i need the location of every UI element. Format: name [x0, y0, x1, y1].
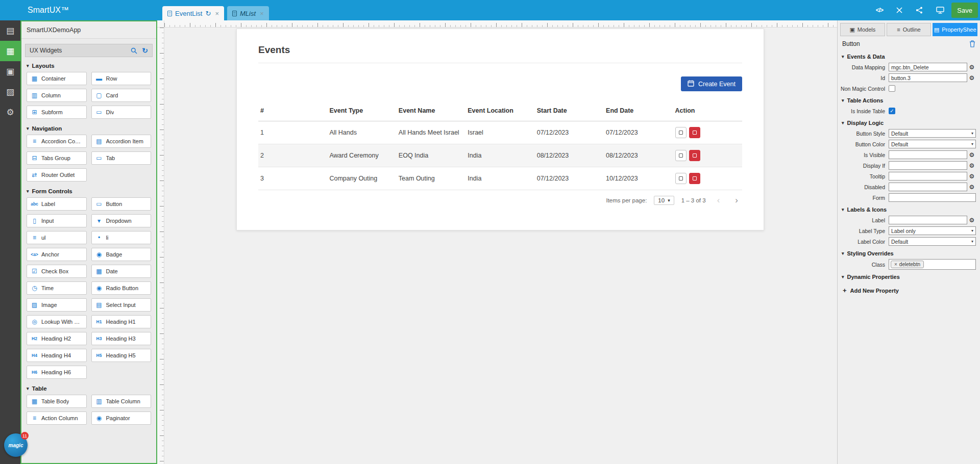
- is-visible-gear-icon[interactable]: ⚙: [968, 151, 976, 159]
- widget-tile-dropdown[interactable]: ▾Dropdown: [91, 214, 152, 227]
- property-section-display-logic[interactable]: ▾Display Logic: [838, 116, 980, 128]
- delete-widget-icon[interactable]: [969, 40, 975, 47]
- label-type-select[interactable]: Label only▾: [889, 226, 976, 235]
- disabled-gear-icon[interactable]: ⚙: [968, 184, 976, 191]
- widget-tile-column[interactable]: ▥Column: [27, 89, 87, 102]
- edit-button[interactable]: [675, 127, 687, 138]
- widget-tile-label[interactable]: abcLabel: [27, 197, 87, 211]
- data-mapping-field[interactable]: mgc.btn_Delete: [889, 63, 967, 71]
- widget-tile-heading-h5[interactable]: H5Heading H5: [91, 349, 152, 362]
- label-color-select[interactable]: Default▾: [889, 237, 976, 246]
- widget-section-layouts[interactable]: ▾Layouts: [21, 59, 156, 71]
- tooltip-gear-icon[interactable]: ⚙: [968, 173, 976, 180]
- save-button[interactable]: Save: [951, 3, 978, 18]
- share-icon[interactable]: [916, 7, 923, 14]
- button-color-select[interactable]: Default▾: [889, 140, 976, 148]
- widget-section-table[interactable]: ▾Table: [21, 382, 156, 394]
- is-inside-table-checkbox[interactable]: ✓: [889, 108, 895, 114]
- app-name[interactable]: SmartUXDemoApp: [21, 21, 156, 39]
- widget-tile-input[interactable]: ▯Input: [27, 214, 87, 227]
- widget-tile-paginator[interactable]: ◉Paginator: [91, 411, 152, 425]
- rail-item-settings[interactable]: ⚙: [0, 102, 20, 122]
- widget-tile-heading-h1[interactable]: H1Heading H1: [91, 315, 152, 328]
- widget-tile-badge[interactable]: ◉Badge: [91, 248, 152, 261]
- search-icon[interactable]: [131, 47, 137, 54]
- widget-tile-table-body[interactable]: ▦Table Body: [27, 395, 87, 408]
- widget-tile-container[interactable]: ▦Container: [27, 72, 87, 85]
- widget-tile-router-outlet[interactable]: ⇄Router Outlet: [27, 168, 87, 182]
- rail-item-images[interactable]: ▨: [0, 82, 20, 102]
- property-section-styling-overrides[interactable]: ▾Styling Overrides: [838, 247, 980, 259]
- tab-outline[interactable]: ≡Outline: [887, 23, 932, 36]
- edit-button[interactable]: [675, 173, 687, 184]
- widget-tile-card[interactable]: ▢Card: [91, 89, 152, 102]
- refresh-icon[interactable]: ↻: [142, 46, 148, 55]
- widget-tile-ul[interactable]: ≡ul: [27, 231, 87, 244]
- widget-tile-radio-button[interactable]: ◉Radio Button: [91, 281, 152, 295]
- widget-tile-anchor[interactable]: <a>Anchor: [27, 248, 87, 261]
- delete-button[interactable]: [689, 127, 700, 138]
- label-field[interactable]: [889, 216, 967, 224]
- widget-tile-accordion-item[interactable]: ▤Accordion Item: [91, 135, 152, 148]
- property-section-dynamic-properties[interactable]: ▾Dynamic Properties: [838, 270, 980, 282]
- display-if-field[interactable]: [889, 161, 967, 170]
- widget-section-navigation[interactable]: ▾Navigation: [21, 122, 156, 134]
- property-section-table-actions[interactable]: ▾Table Actions: [838, 94, 980, 106]
- prev-page-button[interactable]: ‹: [713, 195, 724, 205]
- widget-section-form-controls[interactable]: ▾Form Controls: [21, 185, 156, 197]
- widget-tile-row[interactable]: ▬Row: [91, 72, 152, 85]
- close-tab-icon[interactable]: ×: [215, 10, 219, 17]
- disabled-field[interactable]: [889, 183, 967, 191]
- widget-tile-accordion-conta[interactable]: ≡Accordion Conta...: [27, 135, 87, 148]
- non-magic-control-checkbox[interactable]: [889, 85, 895, 92]
- widget-tile-tabs-group[interactable]: ⊟Tabs Group: [27, 151, 87, 165]
- widget-tile-time[interactable]: ◷Time: [27, 281, 87, 295]
- magic-logo[interactable]: magic 11: [4, 433, 28, 457]
- widget-tile-table-column[interactable]: ▥Table Column: [91, 395, 152, 408]
- widget-tile-lookup-with-de[interactable]: ◎Lookup With De...: [27, 315, 87, 328]
- close-tab-icon[interactable]: ×: [260, 10, 264, 17]
- id-field[interactable]: button.3: [889, 73, 967, 82]
- next-page-button[interactable]: ›: [731, 195, 742, 205]
- widget-tile-button[interactable]: ▭Button: [91, 197, 152, 211]
- widget-tile-div[interactable]: ▭Div: [91, 106, 152, 119]
- widget-tile-tab[interactable]: ▭Tab: [91, 151, 152, 165]
- create-event-button[interactable]: Create Event: [681, 76, 742, 91]
- rail-item-documents[interactable]: ▤: [0, 20, 20, 41]
- widget-tile-action-column[interactable]: ≡Action Column: [27, 411, 87, 425]
- page-card[interactable]: Events Create Event #Event TypeEvent Nam…: [236, 29, 764, 230]
- rail-item-layers[interactable]: ▣: [0, 61, 20, 82]
- class-field[interactable]: ×deletebtn: [889, 259, 976, 270]
- data-mapping-gear-icon[interactable]: ⚙: [968, 64, 976, 71]
- tab-propertyshee[interactable]: ▤PropertyShee: [933, 23, 977, 36]
- property-section-events-data[interactable]: ▾Events & Data: [838, 50, 980, 62]
- widget-tile-heading-h3[interactable]: H3Heading H3: [91, 332, 152, 345]
- is-visible-field[interactable]: [889, 150, 967, 159]
- tab-models[interactable]: ▣Models: [840, 23, 885, 36]
- refresh-tab-icon[interactable]: ↻: [205, 10, 211, 17]
- tooltip-field[interactable]: [889, 172, 967, 181]
- label-gear-icon[interactable]: ⚙: [968, 217, 976, 224]
- button-style-select[interactable]: Default▾: [889, 129, 976, 138]
- widget-tile-check-box[interactable]: ☑Check Box: [27, 265, 87, 278]
- widget-tile-select-input[interactable]: ▤Select Input: [91, 298, 152, 312]
- expand-icon[interactable]: [896, 7, 902, 13]
- widget-tile-heading-h6[interactable]: H6Heading H6: [27, 366, 87, 379]
- form-field[interactable]: [889, 193, 976, 202]
- widget-tile-heading-h4[interactable]: H4Heading H4: [27, 349, 87, 362]
- rail-item-widgets[interactable]: ▦: [0, 41, 20, 61]
- monitor-icon[interactable]: [936, 7, 944, 14]
- edit-button[interactable]: [675, 150, 687, 161]
- page-size-select[interactable]: 10 ▾: [654, 196, 674, 205]
- editor-tab-eventlist[interactable]: EventList↻×: [162, 6, 224, 20]
- id-gear-icon[interactable]: ⚙: [968, 74, 976, 82]
- delete-button[interactable]: [689, 173, 700, 184]
- widget-tile-heading-h2[interactable]: H2Heading H2: [27, 332, 87, 345]
- widget-tile-subform[interactable]: ⊞Subform: [27, 106, 87, 119]
- property-section-labels-icons[interactable]: ▾Labels & Icons: [838, 203, 980, 215]
- add-new-property-button[interactable]: +Add New Property: [838, 282, 980, 299]
- widget-tile-li[interactable]: •li: [91, 231, 152, 244]
- display-if-gear-icon[interactable]: ⚙: [968, 162, 976, 169]
- remove-chip-icon[interactable]: ×: [894, 262, 897, 267]
- editor-tab-mlist[interactable]: MList×: [227, 6, 269, 20]
